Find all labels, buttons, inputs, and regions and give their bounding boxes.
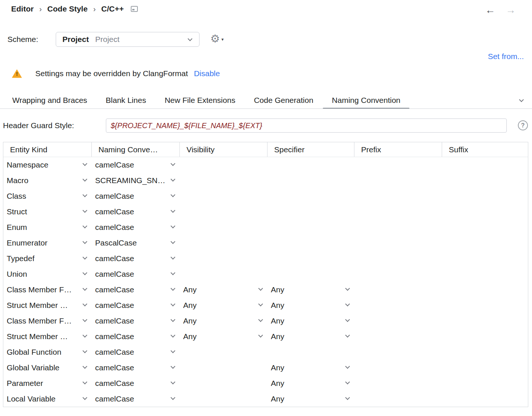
entity-kind-cell[interactable]: Parameter — [3, 376, 92, 391]
specifier-cell[interactable]: Any — [267, 282, 354, 298]
specifier-cell — [267, 266, 354, 282]
breadcrumb-item-c-cpp[interactable]: C/C++ — [101, 4, 124, 13]
naming-convention-cell[interactable]: camelCase — [92, 313, 180, 329]
specifier-cell[interactable]: Any — [267, 313, 354, 329]
visibility-cell — [180, 376, 267, 391]
entity-kind-cell[interactable]: Class — [3, 188, 92, 204]
table-row[interactable]: ParametercamelCaseAny — [3, 376, 528, 391]
prefix-cell — [354, 173, 442, 188]
naming-convention-cell[interactable]: camelCase — [92, 344, 180, 360]
entity-kind-cell[interactable]: Global Variable — [3, 360, 92, 376]
entity-kind-cell[interactable]: Struct — [3, 204, 92, 220]
tabs-strip: Wrapping and BracesBlank LinesNew File E… — [3, 92, 409, 108]
suffix-cell — [442, 188, 528, 204]
chevron-down-icon — [82, 270, 87, 275]
help-icon[interactable]: ? — [518, 120, 528, 130]
gear-caret-icon: ▾ — [221, 33, 224, 45]
naming-convention-cell-value: camelCase — [95, 285, 134, 294]
column-header-entity-kind[interactable]: Entity Kind — [3, 142, 92, 157]
visibility-cell[interactable]: Any — [180, 298, 267, 313]
table-row[interactable]: Global FunctioncamelCase — [3, 344, 528, 360]
visibility-cell[interactable]: Any — [180, 329, 267, 344]
table-row[interactable]: StructcamelCase — [3, 204, 528, 220]
entity-kind-cell[interactable]: Class Member F… — [3, 313, 92, 329]
header-guard-input[interactable] — [106, 118, 507, 133]
breadcrumb-item-editor[interactable]: Editor — [11, 4, 34, 13]
entity-kind-cell[interactable]: Enum — [3, 220, 92, 235]
naming-convention-cell-value: camelCase — [95, 316, 134, 325]
entity-kind-cell[interactable]: Typedef — [3, 251, 92, 266]
specifier-cell[interactable]: Any — [267, 376, 354, 391]
naming-convention-cell[interactable]: camelCase — [92, 360, 180, 376]
chevron-down-icon — [82, 302, 87, 306]
entity-kind-cell[interactable]: Enumerator — [3, 235, 92, 251]
chevron-down-icon — [171, 192, 175, 197]
naming-convention-cell[interactable]: camelCase — [92, 266, 180, 282]
table-row[interactable]: ClasscamelCase — [3, 188, 528, 204]
column-header-specifier[interactable]: Specifier — [267, 142, 354, 157]
table-row[interactable]: MacroSCREAMING_SN… — [3, 173, 528, 188]
entity-kind-cell-value: Typedef — [7, 254, 35, 263]
naming-convention-cell[interactable]: camelCase — [92, 329, 180, 344]
naming-convention-cell[interactable]: PascalCase — [92, 235, 180, 251]
specifier-cell — [267, 251, 354, 266]
table-row[interactable]: EnumcamelCase — [3, 220, 528, 235]
entity-kind-cell[interactable]: Union — [3, 266, 92, 282]
naming-convention-cell[interactable]: camelCase — [92, 298, 180, 313]
tab-wrapping-and-braces[interactable]: Wrapping and Braces — [3, 92, 96, 108]
set-from-link[interactable]: Set from... — [488, 52, 524, 61]
table-row[interactable]: Local VariablecamelCaseAny — [3, 391, 528, 407]
specifier-cell[interactable]: Any — [267, 360, 354, 376]
warning-exclamation: ! — [12, 71, 22, 77]
entity-kind-cell[interactable]: Class Member F… — [3, 282, 92, 298]
specifier-cell[interactable]: Any — [267, 298, 354, 313]
specifier-cell[interactable]: Any — [267, 329, 354, 344]
tab-code-generation[interactable]: Code Generation — [245, 92, 322, 108]
entity-kind-cell[interactable]: Struct Member … — [3, 329, 92, 344]
naming-convention-cell[interactable]: camelCase — [92, 204, 180, 220]
column-header-prefix[interactable]: Prefix — [354, 142, 442, 157]
table-row[interactable]: Class Member F…camelCaseAnyAny — [3, 313, 528, 329]
table-row[interactable]: Class Member F…camelCaseAnyAny — [3, 282, 528, 298]
chevron-down-icon — [258, 286, 263, 291]
table-row[interactable]: TypedefcamelCase — [3, 251, 528, 266]
table-row[interactable]: Struct Member …camelCaseAnyAny — [3, 329, 528, 344]
scheme-select[interactable]: Project Project — [56, 32, 200, 47]
naming-convention-cell[interactable]: camelCase — [92, 391, 180, 407]
table-row[interactable]: Struct Member …camelCaseAnyAny — [3, 298, 528, 313]
naming-convention-cell[interactable]: camelCase — [92, 251, 180, 266]
naming-convention-cell[interactable]: SCREAMING_SN… — [92, 173, 180, 188]
naming-convention-cell[interactable]: camelCase — [92, 220, 180, 235]
naming-convention-cell[interactable]: camelCase — [92, 376, 180, 391]
table-row[interactable]: Global VariablecamelCaseAny — [3, 360, 528, 376]
visibility-cell[interactable]: Any — [180, 282, 267, 298]
table-row[interactable]: UnioncamelCase — [3, 266, 528, 282]
tab-naming-convention[interactable]: Naming Convention — [323, 92, 409, 108]
table-row[interactable]: NamespacecamelCase — [3, 157, 528, 173]
column-header-naming-convention[interactable]: Naming Conve… — [92, 142, 180, 157]
entity-kind-cell[interactable]: Namespace — [3, 157, 92, 173]
entity-kind-cell-value: Struct — [7, 207, 27, 216]
prefix-cell — [354, 376, 442, 391]
specifier-cell[interactable]: Any — [267, 391, 354, 407]
table-row[interactable]: EnumeratorPascalCase — [3, 235, 528, 251]
tab-new-file-extensions[interactable]: New File Extensions — [156, 92, 244, 108]
scheme-scope-hint: Project — [95, 35, 119, 44]
disable-link[interactable]: Disable — [194, 69, 220, 78]
tab-blank-lines[interactable]: Blank Lines — [97, 92, 155, 108]
naming-convention-cell[interactable]: camelCase — [92, 282, 180, 298]
entity-kind-cell[interactable]: Struct Member … — [3, 298, 92, 313]
back-arrow-icon[interactable]: ← — [485, 4, 495, 16]
column-header-visibility[interactable]: Visibility — [180, 142, 267, 157]
column-header-suffix[interactable]: Suffix — [442, 142, 528, 157]
entity-kind-cell-value: Local Variable — [7, 394, 56, 403]
naming-convention-cell[interactable]: camelCase — [92, 157, 180, 173]
entity-kind-cell[interactable]: Macro — [3, 173, 92, 188]
tab-overflow-chevron-down-icon[interactable] — [519, 97, 524, 102]
entity-kind-cell[interactable]: Local Variable — [3, 391, 92, 407]
gear-icon[interactable]: ⚙ ▾ — [210, 33, 220, 45]
naming-convention-cell[interactable]: camelCase — [92, 188, 180, 204]
breadcrumb-item-code-style[interactable]: Code Style — [47, 4, 88, 13]
visibility-cell[interactable]: Any — [180, 313, 267, 329]
entity-kind-cell[interactable]: Global Function — [3, 344, 92, 360]
